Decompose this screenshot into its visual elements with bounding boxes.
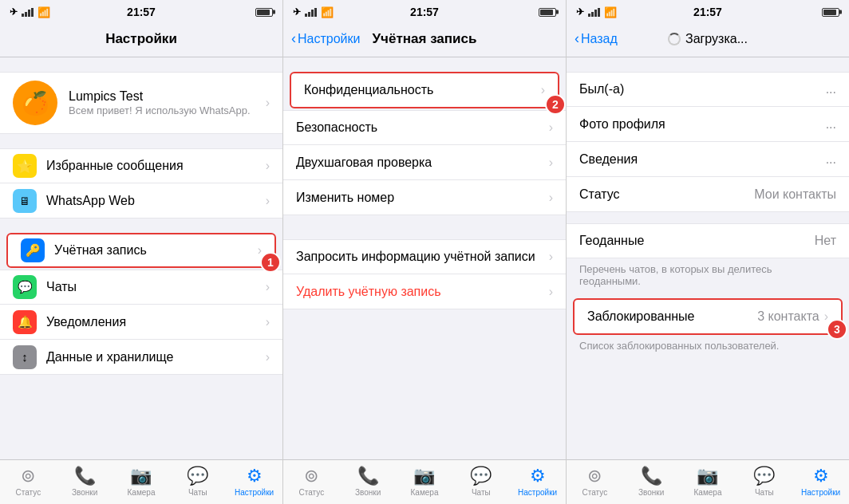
about-row[interactable]: Сведения ... (567, 142, 849, 177)
tab-settings-label-3: Настройки (801, 488, 840, 497)
airplane-icon-2: ✈ (293, 6, 301, 18)
tab-status-2[interactable]: ⊚ Статус (283, 463, 340, 499)
about-label: Сведения (579, 152, 826, 167)
tab-camera-3[interactable]: 📷 Камера (680, 463, 736, 499)
notifications-item[interactable]: 🔔 Уведомления › (0, 305, 282, 340)
status-label: Статус (579, 187, 754, 202)
tab-calls-icon-3: 📞 (641, 466, 662, 486)
status-right-1 (255, 8, 273, 17)
privacy-chevron: › (541, 83, 545, 97)
tab-status-label-1: Статус (16, 488, 41, 497)
data-label: Данные и хранилище (46, 350, 173, 364)
status-right-3 (822, 8, 839, 17)
twostep-item[interactable]: Двухшаговая проверка › (283, 145, 566, 180)
tab-settings-2[interactable]: ⚙ Настройки (509, 463, 566, 499)
blocked-item[interactable]: Заблокированные 3 контакта › 3 (573, 298, 843, 335)
whatsappweb-item[interactable]: 🖥 WhatsApp Web › (0, 183, 282, 219)
profile-name: Lumpics Test (69, 89, 259, 104)
tab-calls-2[interactable]: 📞 Звонки (340, 463, 397, 499)
nav-back-label-3: Назад (581, 32, 618, 46)
battery-icon-1 (255, 8, 273, 17)
tab-settings-icon-3: ⚙ (813, 466, 829, 486)
nav-bar-3: ‹ Назад Загрузка... (567, 22, 849, 57)
content-3: Был(-а) ... Фото профиля ... Сведения ..… (567, 57, 849, 459)
tab-calls-icon-1: 📞 (74, 466, 96, 486)
tab-calls-icon-2: 📞 (357, 466, 379, 486)
tab-camera-icon-1: 📷 (130, 466, 152, 486)
tab-chats-1[interactable]: 💬 Чаты (169, 463, 226, 499)
status-time-1: 21:57 (127, 6, 156, 18)
tab-chats-label-1: Чаты (188, 488, 207, 497)
status-time-2: 21:57 (410, 6, 439, 18)
tab-camera-1[interactable]: 📷 Камера (113, 463, 170, 499)
loading-text: Загрузка... (685, 32, 748, 46)
battery-icon-3 (822, 8, 839, 17)
nav-back-3[interactable]: ‹ Назад (575, 30, 618, 47)
tab-calls-1[interactable]: 📞 Звонки (57, 463, 113, 499)
chats-icon: 💬 (13, 275, 37, 299)
changenumber-chevron: › (549, 191, 553, 205)
signal-icon-2 (305, 8, 317, 17)
geodata-row[interactable]: Геоданные Нет (567, 223, 849, 258)
notifications-icon: 🔔 (13, 310, 37, 334)
data-item[interactable]: ↕ Данные и хранилище › (0, 340, 282, 375)
nav-back-2[interactable]: ‹ Настройки (291, 30, 360, 47)
twostep-chevron: › (549, 156, 553, 170)
step-badge-2: 2 (545, 94, 566, 115)
lastseen-row[interactable]: Был(-а) ... (567, 72, 849, 107)
tab-settings-3[interactable]: ⚙ Настройки (792, 463, 849, 499)
geodata-value: Нет (815, 234, 836, 248)
favorites-icon: ⭐ (13, 154, 37, 178)
account-item[interactable]: 🔑 Учётная запись › 1 (6, 233, 276, 268)
tab-status-3[interactable]: ⊚ Статус (567, 463, 623, 499)
whatsappweb-chevron: › (266, 194, 270, 208)
tab-chats-2[interactable]: 💬 Чаты (452, 463, 509, 499)
profile-text: Lumpics Test Всем привет! Я использую Wh… (69, 89, 259, 116)
geodata-label: Геоданные (579, 234, 815, 248)
tab-calls-3[interactable]: 📞 Звонки (623, 463, 680, 499)
back-chevron-3: ‹ (575, 30, 579, 47)
tab-chats-icon-2: 💬 (470, 466, 492, 486)
request-item[interactable]: Запросить информацию учётной записи › (283, 239, 566, 274)
favorites-chevron: › (266, 159, 270, 173)
favorites-item[interactable]: ⭐ Избранные сообщения › (0, 148, 282, 183)
profilephoto-row[interactable]: Фото профиля ... (567, 107, 849, 142)
nav-bar-1: Настройки (0, 22, 282, 57)
whatsappweb-label: WhatsApp Web (46, 194, 135, 207)
account-chevron: › (258, 243, 262, 258)
profile-item[interactable]: 🍊 Lumpics Test Всем привет! Я использую … (0, 72, 282, 134)
content-1: 🍊 Lumpics Test Всем привет! Я использую … (0, 57, 282, 459)
tab-camera-2[interactable]: 📷 Камера (397, 463, 453, 499)
privacy-item[interactable]: Конфиденциальность › 2 (290, 72, 559, 108)
tab-calls-label-1: Звонки (72, 488, 97, 497)
account-icon: 🔑 (21, 238, 45, 262)
chats-item[interactable]: 💬 Чаты › (0, 270, 282, 305)
blocked-desc: Список заблокированных пользователей. (567, 335, 849, 360)
account-label: Учётная запись (54, 243, 147, 257)
delete-item[interactable]: Удалить учётную запись › (283, 274, 566, 309)
status-left-3: ✈ 📶 (576, 6, 617, 18)
notifications-label: Уведомления (46, 315, 126, 329)
nav-bar-2: ‹ Настройки Учётная запись (283, 22, 566, 57)
tab-chats-3[interactable]: 💬 Чаты (736, 463, 792, 499)
tab-status-label-3: Статус (582, 488, 608, 497)
security-item[interactable]: Безопасность › (283, 110, 566, 145)
tab-settings-icon-1: ⚙ (247, 466, 263, 486)
tab-chats-icon-3: 💬 (753, 466, 775, 486)
nav-title-2: Учётная запись (373, 31, 477, 47)
changenumber-item[interactable]: Изменить номер › (283, 180, 566, 215)
wifi-icon: 📶 (38, 6, 50, 18)
status-row[interactable]: Статус Мои контакты (567, 177, 849, 212)
tab-status-1[interactable]: ⊚ Статус (0, 463, 57, 499)
tab-bar-1: ⊚ Статус 📞 Звонки 📷 Камера 💬 Чаты ⚙ Наст… (0, 459, 282, 504)
profile-avatar: 🍊 (13, 81, 57, 125)
status-bar-1: ✈ 📶 21:57 (0, 0, 282, 22)
profilephoto-label: Фото профиля (579, 117, 826, 132)
profile-subtitle: Всем привет! Я использую WhatsApp. (69, 104, 259, 116)
battery-icon-2 (539, 8, 556, 17)
loading-spinner (668, 33, 681, 45)
tab-status-icon-1: ⊚ (21, 466, 35, 486)
tab-settings-1[interactable]: ⚙ Настройки (226, 463, 282, 499)
airplane-icon-3: ✈ (576, 6, 584, 18)
delete-label: Удалить учётную запись (296, 285, 549, 299)
